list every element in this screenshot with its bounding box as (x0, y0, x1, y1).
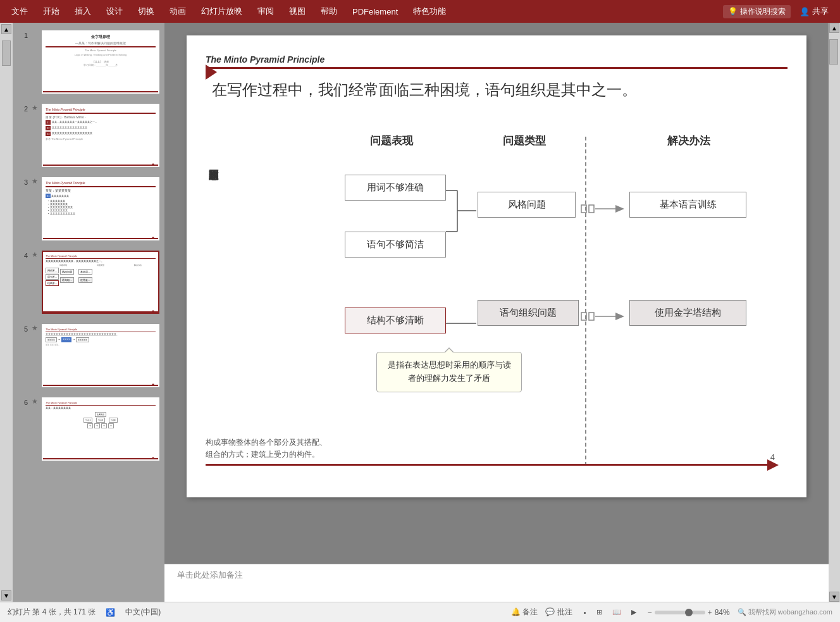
bottom-text-2: 组合的方式；建筑上受力的构件。 (206, 449, 775, 460)
page-number: 4 (770, 452, 775, 462)
slide-item-6[interactable]: 6 ★ The Minto Pyramid Principle 某某：某某某某某… (15, 395, 162, 463)
right-scroll-track (829, 33, 840, 592)
right-scroll[interactable]: ▲ ▼ (829, 23, 840, 602)
slide-thumb-2[interactable]: The Minto Pyramid Principle 目录 (TOC) · B… (42, 104, 159, 167)
slide-panel: 1 金字塔原理 —某某：写作和解决问题的思维框架 The Minto Pyram… (13, 23, 164, 602)
menu-slideshow[interactable]: 幻灯片放映 (195, 3, 249, 20)
slide-star-2: ★ (32, 104, 38, 112)
slide-number-1: 1 (18, 32, 28, 39)
comments-icon[interactable]: 💬 批注 (545, 607, 572, 618)
sol-box-1: 基本语言训练 (629, 192, 746, 218)
main-area: ▲ ▼ 1 金字塔原理 —某某：写作和解决问题的思维框架 The Minto P… (0, 23, 840, 602)
menu-home[interactable]: 开始 (37, 3, 66, 20)
slide-red-line (206, 67, 788, 69)
menu-special[interactable]: 特色功能 (407, 3, 452, 20)
slideshow-btn[interactable]: ▶ (627, 607, 640, 618)
slide-star-6: ★ (32, 397, 38, 406)
slide-star-4: ★ (32, 251, 38, 259)
language-label: 中文(中国) (125, 607, 161, 618)
slide-title: The Minto Pyramid Principle (206, 54, 788, 65)
normal-view-btn[interactable]: ▪ (580, 607, 590, 618)
bottom-text-1: 构成事物整体的各个部分及其搭配、 (206, 437, 775, 448)
scroll-track (1, 34, 11, 590)
slide-item-2[interactable]: 2 ★ The Minto Pyramid Principle 目录 (TOC)… (15, 101, 162, 170)
slide-sorter-btn[interactable]: ⊞ (593, 607, 606, 618)
notes-placeholder: 单击此处添加备注 (177, 570, 243, 580)
svg-rect-6 (589, 205, 594, 213)
bottom-red-bar (206, 464, 775, 466)
editor-area: The Minto Pyramid Principle 在写作过程中，我们经常面… (164, 23, 829, 602)
slide-header: The Minto Pyramid Principle (206, 54, 788, 69)
slide-thumb-6[interactable]: The Minto Pyramid Principle 某某：某某某某某某某 主… (42, 397, 159, 461)
accessibility-icon: ♿ (106, 608, 115, 617)
slide-item-1[interactable]: 1 金字塔原理 —某某：写作和解决问题的思维框架 The Minto Pyram… (15, 28, 162, 96)
notes-area[interactable]: 单击此处添加备注 (164, 564, 829, 602)
bracket-svg-2 (445, 308, 483, 345)
share-button[interactable]: 👤 共享 (793, 3, 835, 20)
slide-bottom: 构成事物整体的各个部分及其搭配、 组合的方式；建筑上受力的构件。 (206, 437, 775, 466)
slide-info: 幻灯片 第 4 张，共 171 张 (8, 607, 96, 618)
svg-rect-10 (589, 313, 594, 320)
slide-number-3: 3 (18, 178, 28, 186)
slide-thumb-3[interactable]: The Minto Pyramid Principle 某某：某某某某某 01 … (42, 177, 159, 240)
slide-item-3[interactable]: 3 ★ The Minto Pyramid Principle 某某：某某某某某… (15, 175, 162, 243)
search-box[interactable]: 💡 操作说明搜索 (723, 5, 791, 18)
zoom-thumb[interactable] (685, 609, 693, 616)
scroll-up-btn[interactable]: ▲ (1, 24, 11, 34)
status-bar: 幻灯片 第 4 张，共 171 张 ♿ 中文(中国) 🔔 备注 💬 批注 ▪ ⊞… (0, 602, 840, 622)
menu-design[interactable]: 设计 (100, 3, 129, 20)
red-triangle-left (206, 65, 217, 80)
menu-pdfelement[interactable]: PDFelement (346, 4, 404, 19)
svg-marker-8 (615, 205, 624, 213)
reading-view-btn[interactable]: 📖 (608, 607, 625, 618)
type-box-1: 风格问题 (478, 192, 576, 218)
scroll-thumb[interactable] (2, 40, 11, 66)
scroll-down-right[interactable]: ▼ (829, 592, 839, 602)
right-scroll-thumb[interactable] (829, 39, 838, 65)
slide-canvas-wrapper: The Minto Pyramid Principle 在写作过程中，我们经常面… (164, 23, 829, 564)
zoom-slider[interactable] (655, 611, 705, 614)
menu-bar: 文件 开始 插入 设计 切换 动画 幻灯片放映 审阅 视图 帮助 PDFelem… (0, 0, 840, 23)
zoom-out-btn[interactable]: − (648, 608, 652, 617)
left-scroll[interactable]: ▲ ▼ (0, 23, 13, 602)
tooltip-box: 是指在表达思想时采用的顺序与读 者的理解力发生了矛盾 (376, 352, 522, 392)
slide-thumb-5[interactable]: The Minto Pyramid Principle 某某某某某某某某某某某某… (42, 324, 159, 387)
watermark-text: 🔍 我帮找网 wobangzhao.com (738, 607, 832, 617)
status-right: 🔔 备注 💬 批注 ▪ ⊞ 📖 ▶ − + 84% 🔍 我帮找网 wobangz… (511, 607, 832, 618)
slide-thumb-1[interactable]: 金字塔原理 —某某：写作和解决问题的思维框架 The Minto Pyramid… (42, 30, 159, 94)
scroll-down-btn[interactable]: ▼ (1, 590, 11, 600)
zoom-controls: − + 84% (648, 608, 730, 617)
slide-canvas[interactable]: The Minto Pyramid Principle 在写作过程中，我们经常面… (187, 35, 806, 497)
slide-number-6: 6 (18, 399, 28, 406)
menu-review[interactable]: 审阅 (251, 3, 280, 20)
menu-animation[interactable]: 动画 (163, 3, 192, 20)
view-buttons: ▪ ⊞ 📖 ▶ (580, 607, 640, 618)
menu-help[interactable]: 帮助 (314, 3, 343, 20)
menu-view[interactable]: 视图 (283, 3, 312, 20)
svg-rect-5 (581, 205, 586, 213)
menu-file[interactable]: 文件 (5, 3, 34, 20)
prob-box-1: 用词不够准确 (345, 175, 446, 201)
search-icon: 💡 (728, 7, 738, 16)
zoom-in-btn[interactable]: + (708, 608, 712, 617)
slide-item-5[interactable]: 5 ★ The Minto Pyramid Principle 某某某某某某某某… (15, 321, 162, 390)
dashed-vertical-line (585, 137, 586, 466)
prob-box-3: 结构不够清晰 (345, 308, 446, 333)
bracket-svg-1 (445, 175, 483, 257)
col-header-3: 解决办法 (667, 134, 710, 148)
col-header-1: 问题表现 (370, 134, 413, 148)
slide-number-2: 2 (18, 105, 28, 113)
search-placeholder: 操作说明搜索 (740, 6, 786, 17)
slide-item-4[interactable]: 4 ★ The Minto Pyramid Principle 某某某某某某某某… (15, 248, 162, 316)
menu-switch[interactable]: 切换 (132, 3, 161, 20)
notes-icon[interactable]: 🔔 备注 (511, 607, 538, 618)
slide-number-4: 4 (18, 252, 28, 259)
prob-box-2: 语句不够简洁 (345, 232, 446, 258)
scroll-up-right[interactable]: ▲ (829, 23, 839, 33)
slide-main-text: 在写作过程中，我们经常面临三种困境，语句组织是其中之一。 (212, 80, 781, 100)
slide-thumb-4[interactable]: The Minto Pyramid Principle 某某某某某某某某某某某，… (42, 251, 159, 314)
user-icon: 👤 (800, 7, 810, 16)
slide-number-5: 5 (18, 325, 28, 333)
menu-insert[interactable]: 插入 (68, 3, 97, 20)
slide-star-5: ★ (32, 324, 38, 332)
